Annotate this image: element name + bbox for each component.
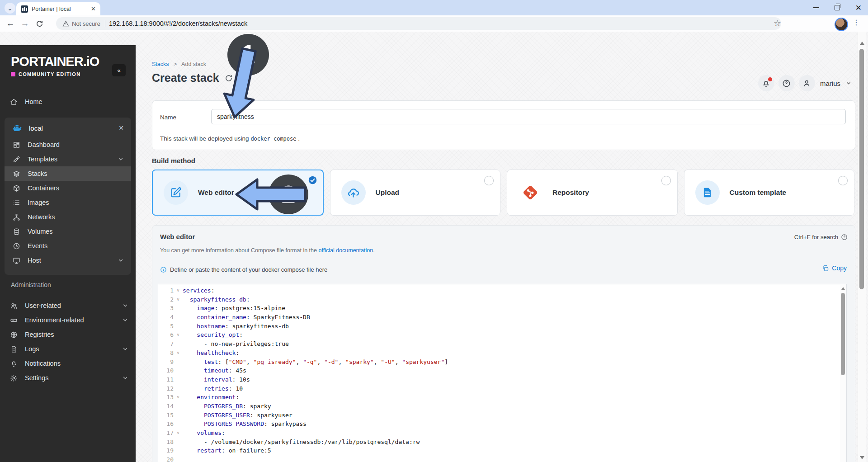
build-method-web-editor[interactable]: Web editor — [152, 170, 324, 216]
build-method-repository[interactable]: Repository — [507, 170, 678, 216]
forward-button[interactable]: → — [18, 17, 32, 30]
editor-scroll-up-arrow[interactable] — [841, 287, 845, 290]
sidebar-item-networks[interactable]: Networks — [5, 210, 131, 224]
breadcrumb-stacks-link[interactable]: Stacks — [152, 61, 169, 67]
fold-toggle-icon[interactable]: v — [174, 429, 183, 438]
page-scrollbar-thumb[interactable] — [859, 49, 864, 289]
radio-unselected[interactable] — [484, 176, 494, 185]
fold-gutter — [174, 366, 183, 375]
code-line-8[interactable]: 8v healthcheck: — [158, 349, 846, 358]
user-menu-button[interactable] — [799, 75, 815, 91]
chevron-down-icon[interactable] — [122, 317, 128, 323]
stack-name-input[interactable] — [211, 109, 846, 124]
code-line-18[interactable]: 18 - /volume1/docker/sparkyfitnessdb:/va… — [158, 438, 846, 447]
build-method-custom-template[interactable]: Custom template — [684, 170, 855, 216]
code-line-9[interactable]: 9 test: ["CMD", "pg_isready", "-q", "-d"… — [158, 358, 846, 367]
editor-scrollbar-thumb[interactable] — [841, 293, 845, 375]
chevron-down-icon[interactable] — [118, 257, 124, 264]
browser-menu-icon[interactable]: ⋮ — [853, 18, 860, 27]
sidebar-item-environment-related[interactable]: Environment-related — [0, 313, 136, 327]
browser-tab[interactable]: Portainer | local ✕ — [16, 2, 100, 15]
sidebar-item-home[interactable]: Home — [0, 94, 146, 110]
page-scrollbar[interactable] — [858, 32, 866, 462]
code-line-5[interactable]: 5 hostname: sparkyfitness-db — [158, 322, 846, 331]
code-line-14[interactable]: 14 POSTGRES_DB: sparky — [158, 402, 846, 411]
editor-scrollbar[interactable] — [840, 285, 846, 462]
sidebar-item-templates[interactable]: Templates — [5, 152, 131, 166]
breadcrumb: Stacks > Add stack — [152, 61, 206, 67]
settings-icon — [10, 374, 18, 382]
sidebar-item-logs[interactable]: Logs — [0, 342, 136, 356]
code-line-15[interactable]: 15 POSTGRES_USER: sparkyuser — [158, 411, 846, 420]
warning-icon — [62, 20, 69, 27]
code-line-1[interactable]: 1vservices: — [158, 286, 846, 295]
scroll-up-arrow[interactable] — [860, 42, 864, 45]
window-minimize-button[interactable] — [813, 7, 819, 8]
line-number: 8 — [158, 349, 174, 358]
radio-unselected[interactable] — [661, 176, 671, 185]
url-bar[interactable]: Not secure 192.168.1.18:9000/#!/2/docker… — [56, 17, 781, 30]
tab-search-button[interactable]: ⌄ — [5, 3, 15, 14]
code-line-3[interactable]: 3 image: postgres:15-alpine — [158, 304, 846, 313]
sidebar-item-host[interactable]: Host — [5, 253, 131, 268]
code-line-19[interactable]: 19 restart: on-failure:5 — [158, 446, 846, 455]
sidebar-item-registries[interactable]: Registries — [0, 327, 136, 342]
search-hint-text: Ctrl+F for search — [794, 234, 838, 240]
official-documentation-link[interactable]: official documentation — [318, 247, 373, 254]
code-text: POSTGRES_PASSWORD: sparkypass — [183, 420, 307, 429]
sidebar-item-containers[interactable]: Containers — [5, 181, 131, 195]
notifications-button[interactable] — [758, 75, 774, 91]
code-line-16[interactable]: 16 POSTGRES_PASSWORD: sparkypass — [158, 420, 846, 429]
sidebar-item-label: Registries — [25, 331, 54, 338]
code-line-13[interactable]: 13v environment: — [158, 393, 846, 402]
sidebar-collapse-button[interactable]: « — [112, 64, 126, 76]
bookmark-star-icon[interactable]: ☆ — [774, 18, 781, 28]
sidebar-item-settings[interactable]: Settings — [0, 371, 136, 385]
fold-toggle-icon[interactable]: v — [174, 349, 183, 358]
sidebar-item-stacks[interactable]: Stacks — [5, 166, 131, 181]
code-text: - no-new-privileges:true — [183, 339, 289, 349]
environment-close-icon[interactable]: ✕ — [118, 124, 124, 132]
code-line-12[interactable]: 12 retries: 10 — [158, 384, 846, 393]
tab-close-icon[interactable]: ✕ — [91, 5, 96, 12]
sidebar-item-notifications[interactable]: Notifications — [0, 356, 136, 371]
user-chevron-down-icon[interactable] — [845, 80, 852, 86]
help-button[interactable] — [778, 75, 795, 91]
radio-unselected[interactable] — [838, 176, 848, 185]
sidebar-item-user-related[interactable]: User-related — [0, 298, 136, 313]
code-line-17[interactable]: 17v volumes: — [158, 429, 846, 438]
fold-toggle-icon[interactable]: v — [174, 393, 183, 402]
chevron-down-icon[interactable] — [122, 302, 128, 309]
environment-header[interactable]: local✕ — [5, 118, 131, 137]
build-method-upload[interactable]: Upload — [330, 170, 501, 216]
sidebar-item-dashboard[interactable]: Dashboard — [5, 137, 131, 152]
sidebar-item-events[interactable]: Events — [5, 239, 131, 253]
code-line-7[interactable]: 7 - no-new-privileges:true — [158, 339, 846, 349]
not-secure-chip[interactable]: Not secure — [62, 20, 105, 27]
fold-gutter — [174, 420, 183, 429]
browser-profile-avatar[interactable] — [835, 18, 848, 31]
fold-toggle-icon[interactable]: v — [174, 295, 183, 304]
code-line-11[interactable]: 11 interval: 10s — [158, 375, 846, 384]
chevron-down-icon[interactable] — [122, 346, 128, 352]
window-close-button[interactable]: ✕ — [855, 4, 862, 12]
code-line-10[interactable]: 10 timeout: 45s — [158, 366, 846, 375]
code-line-2[interactable]: 2v sparkyfitness-db: — [158, 295, 846, 304]
code-line-4[interactable]: 4 container_name: SparkyFitness-DB — [158, 313, 846, 322]
code-line-20[interactable]: 20 — [158, 455, 846, 462]
fold-toggle-icon[interactable]: v — [174, 330, 183, 339]
refresh-icon[interactable] — [225, 74, 233, 82]
chevron-down-icon[interactable] — [118, 156, 124, 162]
sidebar-item-volumes[interactable]: Volumes — [5, 224, 131, 239]
compose-code-editor[interactable]: 1vservices:2v sparkyfitness-db:3 image: … — [158, 284, 847, 462]
chevron-down-icon[interactable] — [122, 375, 128, 381]
code-line-6[interactable]: 6v security_opt: — [158, 330, 846, 339]
fold-toggle-icon[interactable]: v — [174, 286, 183, 295]
reload-button[interactable] — [33, 17, 46, 30]
copy-button[interactable]: Copy — [822, 264, 847, 272]
scroll-down-arrow[interactable] — [860, 456, 864, 459]
window-restore-button[interactable] — [835, 5, 840, 10]
sidebar-item-label: Home — [25, 98, 42, 105]
back-button[interactable]: ← — [4, 17, 17, 30]
sidebar-item-images[interactable]: Images — [5, 195, 131, 210]
